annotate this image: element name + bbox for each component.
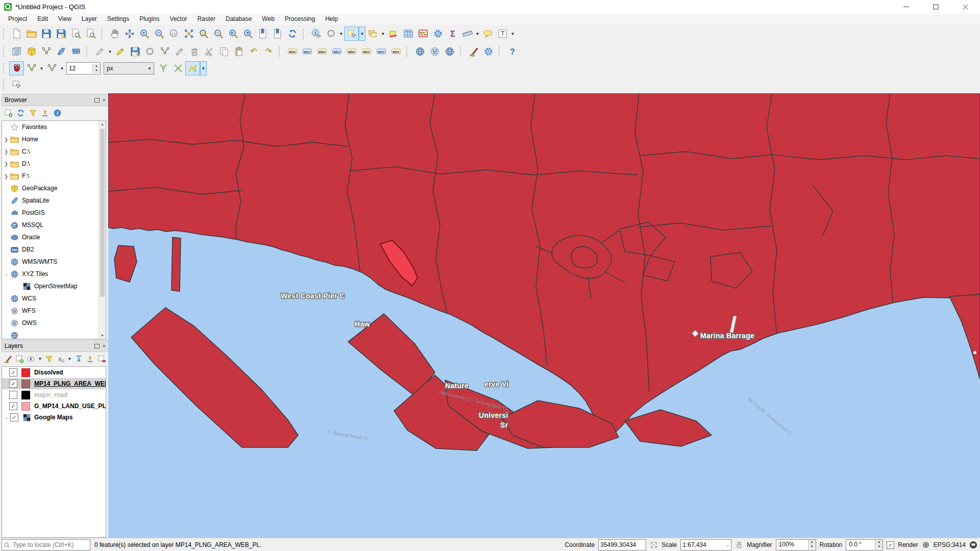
menu-raster[interactable]: Raster <box>192 14 220 24</box>
select-by-form-button[interactable] <box>324 27 338 41</box>
snap-units-dropdown[interactable]: ▼ <box>145 66 154 71</box>
python-console-button[interactable] <box>481 44 496 59</box>
browser-item-oracle[interactable]: Oracle <box>2 231 106 243</box>
browser-item-wcs[interactable]: WCS <box>2 292 106 305</box>
layer-row-google-maps[interactable]: ⌄ ✓ Google Maps <box>2 412 106 423</box>
snap-units-combo[interactable]: px ▼ <box>104 62 154 74</box>
menu-layer[interactable]: Layer <box>77 14 102 24</box>
current-edits-dropdown[interactable]: ▼ <box>107 45 113 58</box>
wms-services-button[interactable] <box>427 44 442 59</box>
crs-icon[interactable] <box>922 541 930 549</box>
locator-input[interactable] <box>12 541 88 549</box>
menu-settings[interactable]: Settings <box>102 14 134 24</box>
rotation-spin[interactable]: 0.0 ° ▲▼ <box>846 539 883 550</box>
paste-features-button[interactable] <box>231 44 246 59</box>
layer-checkbox[interactable] <box>9 391 17 399</box>
select-features-button[interactable] <box>344 27 359 41</box>
digitize-with-segment-button[interactable] <box>142 44 157 59</box>
copy-features-button[interactable] <box>216 44 231 59</box>
current-edits-button[interactable] <box>92 44 107 59</box>
new-print-layout-button[interactable] <box>68 27 83 41</box>
identify-features-button[interactable] <box>309 27 324 41</box>
browser-item-clipped[interactable] <box>2 329 106 339</box>
new-geopackage-button[interactable] <box>24 44 39 59</box>
maximize-button[interactable] <box>921 0 950 13</box>
layer-row-major-road[interactable]: major_road <box>2 389 106 400</box>
layer-checkbox[interactable]: ✓ <box>10 413 18 421</box>
zoom-to-selection-button[interactable] <box>196 27 211 41</box>
cut-features-button[interactable] <box>202 44 216 59</box>
extents-icon[interactable] <box>650 541 658 549</box>
layers-close-button[interactable]: × <box>103 343 106 348</box>
browser-item-spatialite[interactable]: SpatiaLite <box>2 194 106 207</box>
help-contents-button[interactable] <box>505 44 520 59</box>
expand-all-button[interactable] <box>74 354 84 364</box>
render-checkbox[interactable]: ✓ <box>887 541 894 549</box>
data-source-manager-button[interactable] <box>9 44 24 59</box>
browser-item-xyz-tiles[interactable]: ⌄XYZ Tiles <box>2 268 106 280</box>
save-project-button[interactable] <box>39 27 54 41</box>
menu-project[interactable]: Project <box>3 14 32 24</box>
enable-snapping-button[interactable] <box>9 61 24 76</box>
browser-close-button[interactable]: × <box>103 97 106 103</box>
snapping-mode-dropdown[interactable]: ▼ <box>39 62 44 75</box>
menu-web[interactable]: Web <box>257 14 279 24</box>
pin-labels-button[interactable] <box>314 44 329 59</box>
refresh-browser-button[interactable] <box>15 108 26 118</box>
zoom-native-button[interactable] <box>166 27 181 41</box>
layers-collapse-all-button[interactable] <box>85 354 95 364</box>
snap-to-type-dropdown[interactable]: ▼ <box>59 62 65 75</box>
zoom-next-button[interactable] <box>240 27 255 41</box>
diagram-properties-button[interactable] <box>388 44 403 59</box>
new-project-button[interactable] <box>9 27 24 41</box>
select-by-expression-button[interactable] <box>365 27 380 41</box>
snap-to-type-button[interactable] <box>44 61 59 76</box>
open-layer-styling-button[interactable] <box>3 354 13 364</box>
select-features-dropdown[interactable]: ▼ <box>359 27 365 41</box>
vertex-tool-button[interactable] <box>157 44 172 59</box>
snap-tolerance-spinbox[interactable]: ▲▼ <box>66 62 101 74</box>
redo-button[interactable] <box>261 44 276 59</box>
scale-combo[interactable]: 1:67,434 ⌄ <box>680 539 731 550</box>
show-bookmarks-button[interactable] <box>270 27 285 41</box>
toggle-editing-button[interactable] <box>113 44 128 59</box>
layer-checkbox[interactable]: ✓ <box>9 380 17 388</box>
layer-checkbox[interactable]: ✓ <box>9 402 17 410</box>
menu-view[interactable]: View <box>53 14 77 24</box>
layers-float-button[interactable] <box>94 344 100 348</box>
new-shapefile-button[interactable] <box>39 44 54 59</box>
move-label-button[interactable] <box>344 44 359 59</box>
menu-vector[interactable]: Vector <box>165 14 192 24</box>
browser-scrollbar[interactable]: ▲ ▼ <box>99 121 106 339</box>
browser-item-db2[interactable]: DB2 <box>2 243 106 256</box>
map-themes-dropdown[interactable]: ▼ <box>37 352 42 365</box>
browser-item-geopackage[interactable]: GeoPackage <box>2 182 106 194</box>
zoom-in-button[interactable] <box>137 27 152 41</box>
deselect-all-button[interactable] <box>386 27 401 41</box>
scroll-down-icon[interactable]: ▼ <box>99 332 106 339</box>
map-canvas[interactable]: Harbourfront C2 - Tanjung Bata TJ Na Tin… <box>108 93 980 538</box>
annotation-dropdown[interactable]: ▼ <box>510 27 516 40</box>
new-spatialite-button[interactable] <box>54 44 68 59</box>
coordinate-field[interactable]: 35499,30434 <box>598 539 646 550</box>
filter-expression-dropdown[interactable]: ▼ <box>67 352 72 365</box>
zoom-last-button[interactable] <box>226 27 240 41</box>
map-tips-button[interactable] <box>480 27 495 41</box>
snapping-mode-button[interactable] <box>24 61 39 76</box>
undo-button[interactable] <box>246 44 261 59</box>
open-attribute-table-button[interactable] <box>401 27 415 41</box>
new-bookmark-button[interactable] <box>255 27 270 41</box>
filter-browser-button[interactable] <box>28 108 38 118</box>
processing-toolbox-button[interactable] <box>430 27 445 41</box>
menu-edit[interactable]: Edit <box>32 14 53 24</box>
zoom-to-layer-button[interactable] <box>211 27 226 41</box>
measure-line-button[interactable] <box>460 27 475 41</box>
minimize-button[interactable] <box>891 0 921 13</box>
delete-selected-button[interactable] <box>187 44 202 59</box>
layer-row-mp14-plng-area[interactable]: ✓ MP14_PLNG_AREA_WEB_PL <box>2 378 106 389</box>
locator-box[interactable] <box>2 539 90 550</box>
browser-item-mssql[interactable]: MSSQL <box>2 219 106 231</box>
osm-search-button[interactable] <box>442 44 457 59</box>
style-manager-button[interactable] <box>466 44 481 59</box>
rotate-label-button[interactable] <box>359 44 374 59</box>
